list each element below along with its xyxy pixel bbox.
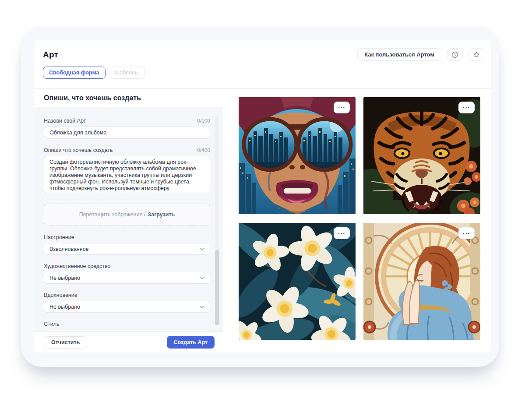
form-footer: Отчистить Создать Арт <box>34 331 223 352</box>
form-scroll-area: Назови свой Арт 0/100 Опиши что хочешь с… <box>34 107 223 331</box>
generated-art-3 <box>239 223 356 340</box>
favorite-button[interactable] <box>469 48 484 61</box>
image-menu-button[interactable]: ··· <box>334 227 350 239</box>
clock-icon <box>451 51 458 58</box>
art-gallery: ··· <box>223 89 491 352</box>
form-scrollbar-thumb[interactable] <box>215 250 219 325</box>
art-description-input[interactable]: Создай фотореалистичную обложку альбома … <box>44 156 210 193</box>
chevron-down-icon <box>199 246 204 252</box>
mood-label: Настроение <box>44 234 74 240</box>
star-icon <box>473 51 480 58</box>
mood-select[interactable]: Взволнованное <box>44 243 210 255</box>
art-generator-page: Арт Как пользоваться Артом <box>0 0 532 398</box>
image-menu-button[interactable]: ··· <box>458 102 475 113</box>
art-description-label: Опиши что хочешь создать <box>44 147 113 153</box>
create-art-button[interactable]: Создать Арт <box>167 336 215 349</box>
art-image-tiger[interactable]: ··· <box>363 97 480 214</box>
medium-select-value: Не выбрано <box>49 275 80 281</box>
art-description-counter: 0/400 <box>197 147 210 153</box>
page-title: Арт <box>43 50 58 60</box>
mood-select-value: Взволнованное <box>49 246 89 252</box>
form-scrollbar[interactable] <box>215 116 219 325</box>
tab-templates[interactable]: Шаблоны <box>109 67 145 79</box>
generated-art-2 <box>363 97 480 214</box>
art-name-label: Назови свой Арт <box>44 118 86 124</box>
inspiration-label: Вдохновение <box>44 292 78 298</box>
medium-label: Художественное средство <box>44 263 111 269</box>
style-select[interactable] <box>44 330 210 331</box>
image-dropzone[interactable]: Перетащить зображение / Загрузить <box>44 204 210 225</box>
generated-art-4 <box>363 223 480 340</box>
art-image-woman-sunglasses[interactable]: ··· <box>239 97 356 214</box>
creation-form-panel: Опиши, что хочешь создать Назови свой Ар… <box>34 89 223 352</box>
medium-select[interactable]: Не выбрано <box>44 272 210 284</box>
form-heading: Опиши, что хочешь создать <box>34 89 223 107</box>
ellipsis-icon: ··· <box>463 231 470 236</box>
form-mode-tabs: Свободная форма Шаблоны <box>34 61 491 79</box>
chevron-down-icon <box>199 304 204 310</box>
app-header: Арт Как пользоваться Артом <box>34 40 491 89</box>
generated-art-1 <box>239 97 356 214</box>
history-button[interactable] <box>447 48 463 61</box>
inspiration-select-value: Не выбрано <box>49 304 80 310</box>
upload-link[interactable]: Загрузить <box>148 211 175 218</box>
main-card: Арт Как пользоваться Артом <box>21 26 499 367</box>
art-image-plumeria[interactable]: ··· <box>239 223 356 340</box>
tab-free-form[interactable]: Свободная форма <box>43 67 106 79</box>
dropzone-text: Перетащить зображение / <box>79 211 146 218</box>
inspiration-select[interactable]: Не выбрано <box>44 301 210 313</box>
image-menu-button[interactable]: ··· <box>458 227 475 239</box>
art-name-input[interactable] <box>44 127 210 139</box>
art-image-praying-woman[interactable]: ··· <box>363 223 480 340</box>
ellipsis-icon: ··· <box>338 231 345 236</box>
style-label: Стиль <box>44 321 60 327</box>
ellipsis-icon: ··· <box>338 106 345 110</box>
chevron-down-icon <box>199 275 204 281</box>
content-panel: Арт Как пользоваться Артом <box>34 40 491 352</box>
help-button[interactable]: Как пользоваться Артом <box>357 48 441 61</box>
clear-button[interactable]: Отчистить <box>44 336 87 349</box>
art-name-counter: 0/100 <box>197 118 210 124</box>
ellipsis-icon: ··· <box>463 106 470 110</box>
image-menu-button[interactable]: ··· <box>334 102 350 113</box>
